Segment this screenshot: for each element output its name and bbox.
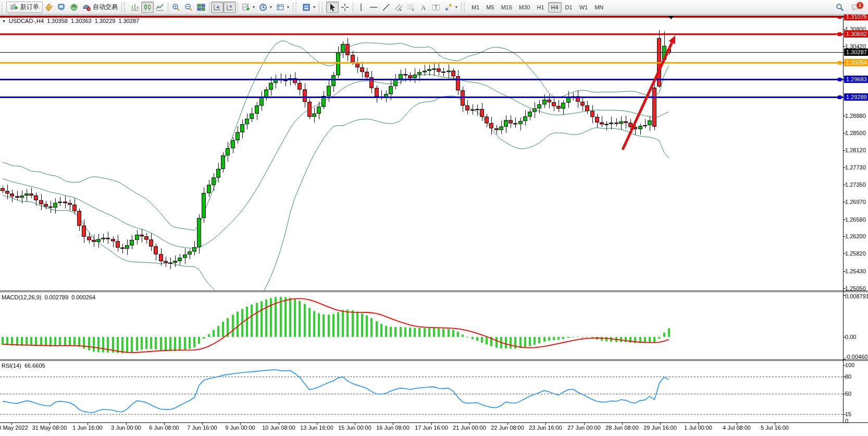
svg-text:E: E <box>400 8 402 11</box>
toolbar-grip[interactable] <box>295 2 299 13</box>
toolbar-grip[interactable] <box>2 2 5 13</box>
toolbar-right: 1 <box>834 2 862 13</box>
crosshair-icon <box>341 3 349 11</box>
horizontal-line-icon <box>369 3 378 11</box>
toolbar-separator <box>209 2 209 13</box>
zoom-in-icon <box>172 3 180 11</box>
chat-button[interactable]: 1 <box>849 2 862 13</box>
timeframe-d1[interactable]: D1 <box>562 2 576 13</box>
candlestick-chart-button[interactable] <box>141 2 154 13</box>
terminal-icon <box>57 3 66 11</box>
vertical-line-icon <box>357 3 365 11</box>
new-order-button[interactable]: 新订单 <box>6 2 43 13</box>
fibonacci-button[interactable]: F <box>405 2 417 13</box>
timeframe-w1[interactable]: W1 <box>576 2 591 13</box>
arrow-objects-icon <box>444 3 453 11</box>
fibonacci-icon: F <box>407 3 415 11</box>
svg-text:T: T <box>435 4 438 10</box>
toolbar-separator <box>121 2 122 13</box>
metaeditor-icon <box>45 3 53 11</box>
toolbar-separator <box>293 2 293 13</box>
toolbar: 新订单 自动交易 <box>0 0 868 15</box>
chart-shift-icon <box>226 3 234 11</box>
terminal-button[interactable] <box>55 2 68 13</box>
horizontal-line-button[interactable] <box>367 2 380 13</box>
period-dropdown[interactable]: ▾ <box>257 2 274 13</box>
template-dropdown[interactable]: ▾ <box>274 2 291 13</box>
vertical-line-button[interactable] <box>355 2 367 13</box>
line-chart-button[interactable] <box>154 2 166 13</box>
price-chart-canvas[interactable] <box>0 0 868 436</box>
chevron-down-icon: ▾ <box>270 5 272 9</box>
arrows-dropdown[interactable]: ▾ <box>442 2 460 13</box>
timeframe-m30[interactable]: M30 <box>516 2 533 13</box>
trendline-button[interactable] <box>380 2 392 13</box>
new-order-label: 新订单 <box>20 3 39 11</box>
toolbar-separator <box>238 2 238 13</box>
clock-icon <box>259 3 267 11</box>
metaeditor-button[interactable] <box>43 2 55 13</box>
chevron-down-icon: ▾ <box>455 5 457 9</box>
timeframe-group: M1M5M15M30H1H4D1W1MN <box>468 2 606 13</box>
profiles-icon <box>302 3 311 11</box>
search-button[interactable] <box>834 2 846 13</box>
svg-text:A: A <box>421 4 426 11</box>
news-sound-icon <box>70 3 78 11</box>
equidistant-channel-icon: E <box>394 3 403 11</box>
auto-scroll-icon <box>213 3 221 11</box>
crosshair-button[interactable] <box>339 2 351 13</box>
autotrading-hat-icon <box>82 3 91 11</box>
zoom-in-button[interactable] <box>170 2 182 13</box>
timeframe-m5[interactable]: M5 <box>483 2 497 13</box>
bar-chart-icon <box>131 3 139 11</box>
timeframe-m1[interactable]: M1 <box>468 2 482 13</box>
chevron-down-icon: ▾ <box>253 5 255 9</box>
line-chart-icon <box>156 3 164 11</box>
auto-scroll-button[interactable] <box>211 2 224 13</box>
zoom-out-icon <box>184 3 193 11</box>
svg-text:F: F <box>412 8 414 11</box>
new-chart-icon <box>242 3 250 11</box>
new-chart-dropdown[interactable]: ▾ <box>240 2 257 13</box>
toolbar-separator <box>319 2 319 13</box>
news-button[interactable] <box>68 2 80 13</box>
notification-badge: 1 <box>856 2 864 9</box>
text-icon: A <box>419 3 428 11</box>
timeframe-m15[interactable]: M15 <box>498 2 515 13</box>
toolbar-grip[interactable] <box>124 2 127 13</box>
trendline-icon <box>382 3 390 11</box>
tile-windows-icon <box>197 3 205 11</box>
zoom-out-button[interactable] <box>182 2 195 13</box>
chevron-down-icon: ▾ <box>313 5 315 9</box>
bar-chart-button[interactable] <box>129 2 141 13</box>
timeframe-h4[interactable]: H4 <box>548 2 562 13</box>
template-icon <box>276 3 284 11</box>
mt4-window: 新订单 自动交易 <box>0 0 868 436</box>
tile-windows-button[interactable] <box>195 2 207 13</box>
new-order-icon <box>10 3 18 11</box>
toolbar-grip[interactable] <box>464 2 467 13</box>
text-label-icon: T <box>432 3 440 11</box>
toolbar-separator <box>461 2 462 13</box>
toolbar-separator <box>168 2 168 13</box>
chart-shift-button[interactable] <box>224 2 236 13</box>
channel-button[interactable]: E <box>392 2 405 13</box>
timeframe-h1[interactable]: H1 <box>534 2 547 13</box>
cursor-arrow-icon <box>328 3 337 11</box>
profiles-dropdown[interactable]: ▾ <box>300 2 317 13</box>
text-button[interactable]: A <box>417 2 430 13</box>
autotrading-label: 自动交易 <box>93 3 118 11</box>
text-label-button[interactable]: T <box>430 2 442 13</box>
chevron-down-icon: ▾ <box>287 5 289 9</box>
candlestick-chart-icon <box>143 3 152 11</box>
toolbar-grip[interactable] <box>321 2 325 13</box>
toolbar-separator <box>353 2 353 13</box>
timeframe-mn[interactable]: MN <box>591 2 606 13</box>
cursor-button[interactable] <box>326 2 339 13</box>
search-icon <box>836 3 844 11</box>
autotrading-button[interactable]: 自动交易 <box>80 2 120 13</box>
